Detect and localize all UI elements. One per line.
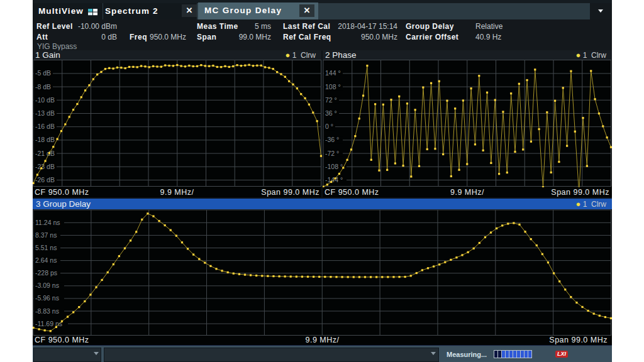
svg-text:-5.96 ns: -5.96 ns xyxy=(35,294,59,302)
svg-text:-3.09 ns: -3.09 ns xyxy=(35,282,59,289)
svg-text:144 °: 144 ° xyxy=(325,69,341,77)
svg-text:-26 dB: -26 dB xyxy=(35,176,55,184)
svg-text:-11.69 ns: -11.69 ns xyxy=(35,320,62,327)
svg-text:-13 dB: -13 dB xyxy=(35,109,55,117)
svg-text:-23 dB: -23 dB xyxy=(35,163,55,170)
svg-text:36 °: 36 ° xyxy=(325,109,337,117)
svg-text:-16 dB: -16 dB xyxy=(35,123,55,130)
svg-text:-5 dB: -5 dB xyxy=(35,69,51,77)
svg-text:-8 dB: -8 dB xyxy=(35,83,51,90)
svg-text:8.37 ns: 8.37 ns xyxy=(35,231,57,239)
svg-text:72 °: 72 ° xyxy=(325,96,337,104)
svg-text:-18 dB: -18 dB xyxy=(35,136,55,143)
svg-text:0 °: 0 ° xyxy=(325,123,333,130)
svg-text:2.64 ns: 2.64 ns xyxy=(35,256,57,264)
svg-text:-21 dB: -21 dB xyxy=(35,150,55,157)
svg-text:-10 dB: -10 dB xyxy=(35,96,55,104)
svg-text:5.51 ns: 5.51 ns xyxy=(35,244,57,251)
svg-text:-228 ps: -228 ps xyxy=(35,269,57,277)
svg-text:11.24 ns: 11.24 ns xyxy=(35,219,60,226)
svg-text:-36 °: -36 ° xyxy=(325,136,339,143)
svg-text:-8.83 ns: -8.83 ns xyxy=(35,307,59,315)
svg-text:-72 °: -72 ° xyxy=(325,150,339,157)
svg-text:108 °: 108 ° xyxy=(325,83,341,90)
svg-text:-108 °: -108 ° xyxy=(325,163,343,170)
